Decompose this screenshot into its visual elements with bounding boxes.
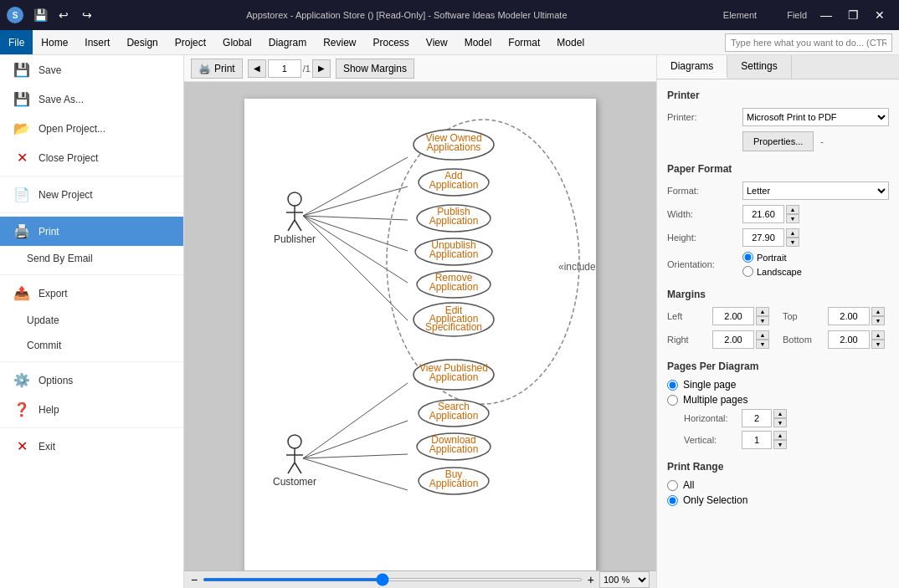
menu-diagram[interactable]: Diagram xyxy=(260,30,315,54)
single-page-radio[interactable] xyxy=(667,380,678,391)
sidebar-item-new-project[interactable]: 📄 New Project xyxy=(0,180,183,209)
menu-review[interactable]: Review xyxy=(315,30,364,54)
svg-text:«include»: «include» xyxy=(558,261,596,273)
menu-insert[interactable]: Insert xyxy=(76,30,118,54)
height-spin-down[interactable]: ▼ xyxy=(786,238,799,247)
sidebar-item-exit[interactable]: ✕ Exit xyxy=(0,432,183,461)
sidebar-item-export[interactable]: 📤 Export xyxy=(0,279,183,308)
portrait-option[interactable]: Portrait xyxy=(742,252,802,263)
right-margin-input[interactable] xyxy=(712,330,754,349)
single-page-option[interactable]: Single page xyxy=(667,379,889,391)
height-input[interactable] xyxy=(742,228,784,247)
multiple-pages-radio[interactable] xyxy=(667,395,678,406)
width-spin-up[interactable]: ▲ xyxy=(786,205,799,214)
left-spin-up[interactable]: ▲ xyxy=(756,307,769,316)
show-margins-button[interactable]: Show Margins xyxy=(336,59,414,79)
sidebar-item-send-by-email[interactable]: Send By Email xyxy=(0,246,183,271)
bottom-spin-down[interactable]: ▼ xyxy=(871,340,885,349)
tab-diagrams[interactable]: Diagrams xyxy=(657,55,727,79)
zoom-minus-icon[interactable]: − xyxy=(191,573,198,586)
bottom-margin-group: ▲ ▼ xyxy=(828,330,885,349)
horizontal-label: Horizontal: xyxy=(684,413,738,423)
sidebar-label-update: Update xyxy=(27,314,59,326)
svg-text:Specification: Specification xyxy=(425,321,482,333)
zoom-slider[interactable] xyxy=(203,578,583,581)
horizontal-input[interactable] xyxy=(742,409,772,427)
horizontal-spin-up[interactable]: ▲ xyxy=(773,409,787,418)
printer-select[interactable]: Microsoft Print to PDF xyxy=(742,108,889,126)
left-spin-down[interactable]: ▼ xyxy=(756,316,769,325)
quick-save-btn[interactable]: 💾 xyxy=(30,5,50,25)
multiple-pages-option[interactable]: Multiple pages xyxy=(667,394,889,406)
prev-page-btn[interactable]: ◀ xyxy=(248,59,266,78)
right-spin-down[interactable]: ▼ xyxy=(756,340,769,349)
right-spin-up[interactable]: ▲ xyxy=(756,330,769,340)
tab-settings[interactable]: Settings xyxy=(727,55,791,79)
all-radio[interactable] xyxy=(667,480,678,491)
sidebar-label-export: Export xyxy=(39,288,68,299)
landscape-radio[interactable] xyxy=(742,266,753,277)
menu-file[interactable]: File xyxy=(0,30,33,54)
quick-undo-btn[interactable]: ↩ xyxy=(54,5,74,25)
only-selection-option[interactable]: Only Selection xyxy=(667,494,889,506)
field-tab[interactable]: Field xyxy=(780,8,814,22)
right-panel: Diagrams Settings Printer Printer: Micro… xyxy=(656,55,899,588)
vertical-row: Vertical: ▲ ▼ xyxy=(684,431,889,449)
landscape-option[interactable]: Landscape xyxy=(742,266,802,277)
menu-search[interactable] xyxy=(725,33,892,52)
width-input[interactable] xyxy=(742,205,784,223)
menu-view[interactable]: View xyxy=(418,30,456,54)
menu-design[interactable]: Design xyxy=(118,30,166,54)
sidebar-item-help[interactable]: ❓ Help xyxy=(0,395,183,424)
printer-section: Printer Printer: Microsoft Print to PDF … xyxy=(667,89,889,151)
page-input[interactable] xyxy=(268,59,301,78)
next-page-btn[interactable]: ▶ xyxy=(312,59,331,78)
vertical-spin-down[interactable]: ▼ xyxy=(773,440,787,449)
sidebar-item-open-project[interactable]: 📂 Open Project... xyxy=(0,114,183,143)
top-spin-up[interactable]: ▲ xyxy=(871,307,885,316)
menu-project[interactable]: Project xyxy=(167,30,214,54)
height-spin-up[interactable]: ▲ xyxy=(786,228,799,238)
top-spin-down[interactable]: ▼ xyxy=(871,316,885,325)
quick-redo-btn[interactable]: ↪ xyxy=(77,5,97,25)
vertical-input[interactable] xyxy=(742,431,772,449)
title-bar: S 💾 ↩ ↪ Appstorex - Application Store ()… xyxy=(0,0,899,30)
left-margin-col: Left ▲ ▼ xyxy=(667,307,769,325)
bottom-margin-input[interactable] xyxy=(828,330,870,349)
print-button[interactable]: 🖨️ Print xyxy=(191,59,243,79)
zoom-select[interactable]: 100 % 50 % 75 % 150 % 200 % xyxy=(599,571,650,588)
maximize-btn[interactable]: ❐ xyxy=(840,5,866,25)
close-btn[interactable]: ✕ xyxy=(867,5,892,25)
width-spin-down[interactable]: ▼ xyxy=(786,214,799,223)
menu-home[interactable]: Home xyxy=(33,30,76,54)
top-margin-col: Top ▲ ▼ xyxy=(783,307,885,325)
format-select[interactable]: Letter A4 A3 xyxy=(742,182,889,200)
horizontal-spin-down[interactable]: ▼ xyxy=(773,418,787,427)
vertical-spin-up[interactable]: ▲ xyxy=(773,431,787,440)
left-margin-input[interactable] xyxy=(712,307,754,325)
all-option[interactable]: All xyxy=(667,479,889,491)
new-project-icon: 📄 xyxy=(13,187,30,202)
sidebar-item-close-project[interactable]: ✕ Close Project xyxy=(0,143,183,172)
sidebar-item-options[interactable]: ⚙️ Options xyxy=(0,366,183,395)
orientation-group: Portrait Landscape xyxy=(742,252,802,277)
menu-format[interactable]: Format xyxy=(500,30,548,54)
bottom-spin-up[interactable]: ▲ xyxy=(871,330,885,340)
right-margin-group: ▲ ▼ xyxy=(712,330,769,349)
sidebar-item-save-as[interactable]: 💾 Save As... xyxy=(0,84,183,114)
minimize-btn[interactable]: — xyxy=(814,5,839,25)
sidebar-item-print[interactable]: 🖨️ Print xyxy=(0,217,183,246)
menu-model[interactable]: Model xyxy=(456,30,501,54)
menu-model2[interactable]: Model xyxy=(548,30,593,54)
only-selection-radio[interactable] xyxy=(667,495,678,506)
zoom-plus-icon[interactable]: + xyxy=(588,573,594,586)
sidebar-item-save[interactable]: 💾 Save xyxy=(0,55,183,84)
menu-process[interactable]: Process xyxy=(365,30,418,54)
menu-global[interactable]: Global xyxy=(214,30,260,54)
sidebar-item-update[interactable]: Update xyxy=(0,308,183,333)
top-margin-input[interactable] xyxy=(828,307,870,325)
element-tab[interactable]: Element xyxy=(717,8,763,22)
printer-properties-btn[interactable]: Properties... xyxy=(742,131,814,151)
sidebar-item-commit[interactable]: Commit xyxy=(0,333,183,358)
portrait-radio[interactable] xyxy=(742,252,753,263)
